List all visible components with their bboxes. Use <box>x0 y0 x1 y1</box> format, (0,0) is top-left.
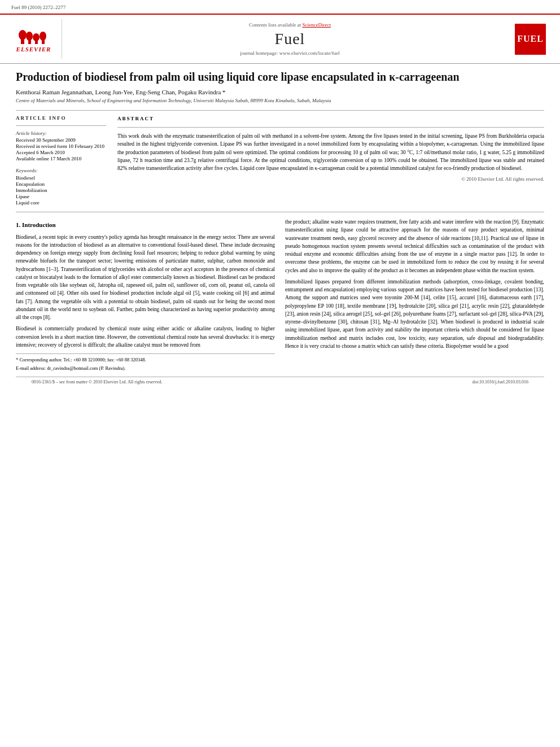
abstract-title: ABSTRACT <box>117 115 544 123</box>
divider-abstract <box>117 127 544 128</box>
footnote-area: * Corresponding author. Tel.: +60 88 321… <box>16 353 275 372</box>
keywords-list: Biodiesel Encapsulation Immobilization L… <box>16 175 106 206</box>
elsevier-logo: ELSEVIER <box>11 19 62 59</box>
bottom-bar: 0016-2361/$ – see front matter © 2010 El… <box>16 377 544 387</box>
intro-para2: Biodiesel is commercially produced by ch… <box>16 325 275 349</box>
history-label: Article history: <box>16 130 106 136</box>
info-abstract-section: ARTICLE INFO Article history: Received 3… <box>16 115 544 206</box>
divider-info <box>16 125 106 126</box>
journal-masthead: ELSEVIER Contents lists available at Sci… <box>0 15 560 64</box>
page: Fuel 89 (2010) 2272–2277 ELSEVIER <box>0 0 560 392</box>
doi-line: doi:10.1016/j.fuel.2010.03.016 <box>473 379 528 385</box>
article-authors: Kenthorai Raman Jegannathan, Leong Jun-Y… <box>16 89 544 95</box>
email-footnote: E-mail address: dr_ravindra@hotmail.com … <box>16 365 275 372</box>
sciencedirect-link: Contents lists available at ScienceDirec… <box>68 22 512 28</box>
accepted-date: Accepted 6 March 2010 <box>16 150 106 155</box>
abstract-section: ABSTRACT This work deals with the enzyma… <box>117 115 544 206</box>
els-logo-wrapper: ELSEVIER <box>16 26 51 53</box>
keyword-5: Liquid core <box>16 200 106 206</box>
journal-header-bar: Fuel 89 (2010) 2272–2277 <box>0 0 560 15</box>
article-info-title: ARTICLE INFO <box>16 115 106 121</box>
revised-date: Received in revised form 10 February 201… <box>16 143 106 149</box>
issn-line: 0016-2361/$ – see front matter © 2010 El… <box>32 379 163 385</box>
intro-para3: the product; alkaline waste water requir… <box>285 218 544 274</box>
keywords-label: Keywords: <box>16 168 106 173</box>
sciencedirect-text[interactable]: ScienceDirect <box>303 22 331 28</box>
article-title: Production of biodiesel from palm oil us… <box>16 69 544 84</box>
svg-point-5 <box>33 33 40 41</box>
col-left: 1. Introduction Biodiesel, a recent topi… <box>16 218 275 373</box>
elsevier-tree-icon <box>18 26 49 46</box>
divider-1 <box>16 110 544 111</box>
article-info: ARTICLE INFO Article history: Received 3… <box>16 115 106 206</box>
keyword-3: Immobilization <box>16 187 106 193</box>
journal-ref: Fuel 89 (2010) 2272–2277 <box>11 5 65 10</box>
elsevier-name: ELSEVIER <box>16 46 51 53</box>
intro-para1: Biodiesel, a recent topic in every count… <box>16 233 275 322</box>
divider-2 <box>16 212 544 212</box>
journal-title: Fuel <box>68 30 512 48</box>
fuel-logo-box: FUEL <box>512 19 549 59</box>
available-date: Available online 17 March 2010 <box>16 156 106 161</box>
journal-center: Contents lists available at ScienceDirec… <box>68 19 512 59</box>
svg-point-3 <box>26 32 33 41</box>
corresponding-footnote: * Corresponding author. Tel.: +60 88 321… <box>16 356 275 364</box>
svg-point-1 <box>19 30 27 40</box>
col-right: the product; alkaline waste water requir… <box>285 218 544 373</box>
copyright-notice: © 2010 Elsevier Ltd. All rights reserved… <box>117 176 544 183</box>
svg-point-7 <box>40 32 46 41</box>
journal-homepage: journal homepage: www.elsevier.com/locat… <box>68 50 512 56</box>
keyword-1: Biodiesel <box>16 175 106 181</box>
keyword-2: Encapsulation <box>16 181 106 187</box>
received-date: Received 30 September 2009 <box>16 137 106 143</box>
article-affiliation: Centre of Materials and Minerals, School… <box>16 98 544 103</box>
keyword-4: Lipase <box>16 194 106 199</box>
main-columns: 1. Introduction Biodiesel, a recent topi… <box>16 218 544 373</box>
intro-para4: Immobilized lipases prepared from differ… <box>285 278 544 350</box>
section1-heading: 1. Introduction <box>16 220 275 230</box>
abstract-text: This work deals with the enzymatic trans… <box>117 132 544 172</box>
fuel-logo-visual: FUEL <box>515 24 546 55</box>
article-body: Production of biodiesel from palm oil us… <box>0 64 560 392</box>
